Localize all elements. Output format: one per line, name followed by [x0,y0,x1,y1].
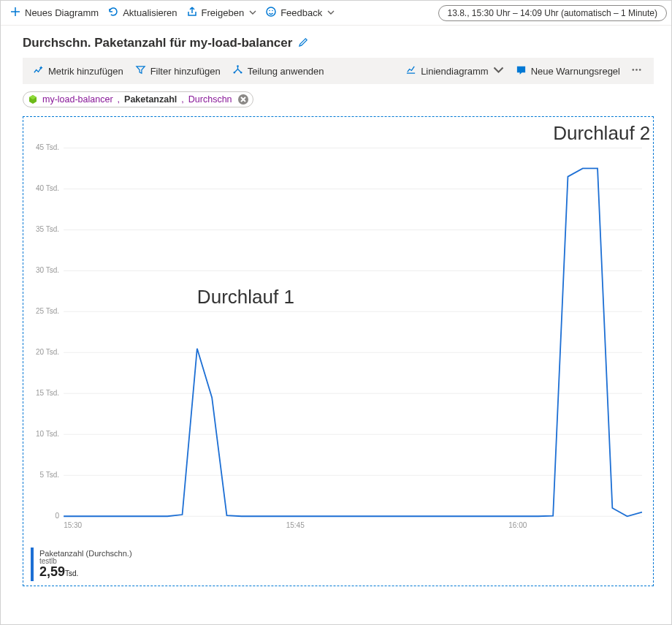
time-range-picker[interactable]: 13.8., 15:30 Uhr – 14:09 Uhr (automatisc… [438,5,668,21]
smiley-icon [265,6,277,20]
svg-point-6 [632,69,634,71]
command-bar: Neues Diagramm Aktualisieren Freigeben F… [1,1,671,26]
svg-text:40 Tsd.: 40 Tsd. [36,184,59,192]
legend-value: 2,59 [39,564,65,579]
more-menu-button[interactable] [626,61,646,80]
svg-text:20 Tsd.: 20 Tsd. [36,348,59,356]
svg-point-1 [269,10,270,12]
plus-icon [9,6,21,20]
legend-unit: Tsd. [65,569,78,577]
svg-text:0: 0 [56,512,60,520]
new-alert-label: Neue Warnungsregel [531,66,620,77]
chip-resource: my-load-balancer [42,94,113,105]
svg-point-4 [240,72,242,73]
svg-point-5 [237,65,238,67]
new-chart-button[interactable]: Neues Diagramm [5,3,103,23]
refresh-button[interactable]: Aktualisieren [103,3,181,23]
svg-text:30 Tsd.: 30 Tsd. [36,266,59,274]
chart-container: 05 Tsd.10 Tsd.15 Tsd.20 Tsd.25 Tsd.30 Ts… [23,116,654,586]
svg-text:25 Tsd.: 25 Tsd. [36,307,59,315]
chart-toolbar: Metrik hinzufügen Filter hinzufügen Teil… [23,58,654,84]
svg-point-7 [635,69,638,71]
pencil-icon [298,39,309,50]
svg-text:Durchlauf 2: Durchlauf 2 [553,122,650,144]
svg-text:16:00: 16:00 [508,521,527,529]
edit-title-button[interactable] [298,37,309,50]
svg-text:5 Tsd.: 5 Tsd. [40,471,60,479]
filter-icon [135,64,146,77]
chart-legend[interactable]: Paketanzahl (Durchschn.) testlb 2,59Tsd. [31,548,132,581]
feedback-label: Feedback [280,7,322,18]
chevron-down-icon [327,7,335,18]
add-filter-label: Filter hinzufügen [150,66,221,77]
svg-point-8 [638,69,641,71]
line-chart[interactable]: 05 Tsd.10 Tsd.15 Tsd.20 Tsd.25 Tsd.30 Ts… [23,117,653,586]
resource-icon [28,94,38,105]
line-chart-icon [405,64,416,77]
chip-metric: Paketanzahl [124,94,177,105]
apply-splitting-button[interactable]: Teilung anwenden [226,61,330,80]
svg-text:45 Tsd.: 45 Tsd. [36,143,59,151]
metric-chip-row: my-load-balancer, Paketanzahl, Durchschn [1,84,671,112]
refresh-label: Aktualisieren [123,7,177,18]
chart-type-label: Liniendiagramm [421,66,489,77]
svg-point-2 [272,10,273,12]
more-icon [631,64,642,77]
apply-splitting-label: Teilung anwenden [248,66,324,77]
chart-title: Durchschn. Paketanzahl für my-load-balan… [23,36,292,50]
svg-text:15:30: 15:30 [64,521,82,529]
svg-text:Durchlauf 1: Durchlauf 1 [197,286,294,308]
new-alert-rule-button[interactable]: Neue Warnungsregel [510,61,626,80]
add-metric-icon [33,64,44,77]
refresh-icon [107,6,119,20]
chevron-down-icon [249,7,256,18]
add-metric-label: Metrik hinzufügen [48,66,123,77]
chart-title-row: Durchschn. Paketanzahl für my-load-balan… [1,26,671,58]
new-chart-label: Neues Diagramm [25,7,99,18]
chevron-down-icon [493,64,504,77]
share-button[interactable]: Freigeben [182,3,261,23]
close-icon [240,94,246,105]
chip-aggregation: Durchschn [188,94,232,105]
feedback-button[interactable]: Feedback [261,3,339,23]
add-filter-button[interactable]: Filter hinzufügen [129,61,226,80]
svg-text:10 Tsd.: 10 Tsd. [36,430,59,438]
chart-type-dropdown[interactable]: Liniendiagramm [400,61,510,80]
time-range-label: 13.8., 15:30 Uhr – 14:09 Uhr (automatisc… [448,8,658,18]
svg-text:15:45: 15:45 [286,521,305,529]
split-icon [232,64,243,77]
svg-text:15 Tsd.: 15 Tsd. [36,389,59,397]
share-label: Freigeben [202,7,245,18]
share-icon [186,6,198,20]
metric-chip[interactable]: my-load-balancer, Paketanzahl, Durchschn [23,91,253,107]
alert-icon [516,64,527,77]
add-metric-button[interactable]: Metrik hinzufügen [27,61,129,80]
svg-text:35 Tsd.: 35 Tsd. [36,225,59,233]
chip-remove-button[interactable] [238,94,248,105]
svg-point-3 [233,72,234,73]
